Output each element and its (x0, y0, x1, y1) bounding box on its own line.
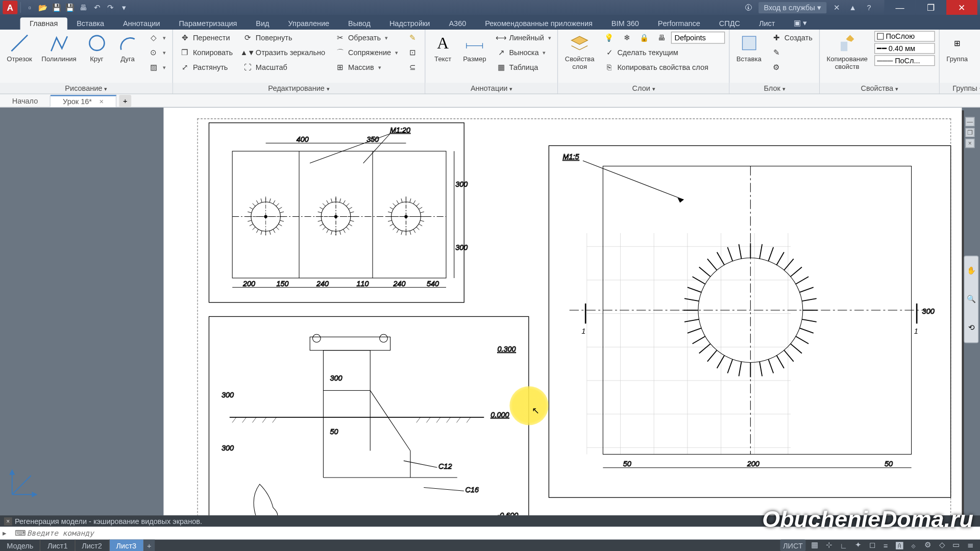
doc-tab-start[interactable]: Начало (0, 95, 51, 106)
group-btn-1[interactable]: ⊟ (975, 31, 980, 44)
tab-manage[interactable]: Управление (279, 17, 339, 30)
status-osnap-icon[interactable]: ◻ (867, 540, 878, 551)
status-custom-icon[interactable]: ≣ (965, 540, 976, 551)
trim-button[interactable]: ✂Обрезать▾ (332, 31, 400, 44)
rotate-button[interactable]: ⟳Повернуть (239, 31, 328, 44)
create-block-button[interactable]: ✚Создать (768, 31, 815, 44)
tab-addins[interactable]: Надстройки (380, 17, 439, 30)
tab-performance[interactable]: Performance (648, 17, 709, 30)
cmd-close-icon[interactable]: × (4, 517, 12, 525)
layout-tab-1[interactable]: Лист1 (41, 540, 75, 551)
panel-title-modify[interactable]: Редактирование▾ (173, 83, 425, 93)
status-ws-icon[interactable]: ⚙ (921, 540, 934, 551)
tab-annotate[interactable]: Аннотации (114, 17, 169, 30)
lineweight-combo[interactable]: ━━0.40 мм (874, 43, 935, 54)
undo-icon[interactable]: ↶ (91, 2, 103, 14)
make-current-button[interactable]: ✓Сделать текущим (601, 46, 725, 59)
move-button[interactable]: ✥Перенести (177, 31, 235, 44)
a360-icon[interactable]: ▲ (847, 2, 859, 14)
stretch-button[interactable]: ⤢Растянуть (177, 61, 235, 74)
layer-tool-1[interactable]: 💡 (601, 31, 618, 44)
tab-a360[interactable]: A360 (439, 17, 476, 30)
qat-dropdown-icon[interactable]: ▾ (118, 2, 130, 14)
tab-view[interactable]: Вид (247, 17, 279, 30)
layout-tab-model[interactable]: Модель (0, 540, 41, 551)
status-ortho-icon[interactable]: ∟ (837, 540, 850, 551)
draw-btn-3[interactable]: ▨▾ (145, 61, 168, 74)
panel-title-layers[interactable]: Слои▾ (558, 83, 729, 93)
status-iso-icon[interactable]: ◇ (936, 540, 947, 551)
scale-button[interactable]: ⛶Масштаб (239, 61, 328, 74)
doc-tab-add[interactable]: + (119, 94, 131, 107)
circle-button[interactable]: Круг (83, 31, 110, 64)
polyline-button[interactable]: Полилиния (39, 31, 79, 64)
status-clean-icon[interactable]: ▭ (950, 540, 962, 551)
tab-output[interactable]: Вывод (339, 17, 380, 30)
viewport-1[interactable]: 400 350 200 150 240 110 240 540 300300 М… (209, 122, 464, 303)
color-combo[interactable]: ПоСлою (874, 31, 935, 42)
new-icon[interactable]: ▫ (23, 2, 36, 14)
saveas-icon[interactable]: 💾 (64, 2, 76, 14)
modify-extra-2[interactable]: ⊡ (405, 46, 421, 59)
status-polar-icon[interactable]: ✦ (852, 540, 864, 551)
tab-home[interactable]: Главная (20, 17, 67, 30)
tab-spds[interactable]: СПДС (709, 17, 749, 30)
tab-insert[interactable]: Вставка (67, 17, 114, 30)
block-btn-3[interactable]: ⚙ (768, 61, 815, 74)
app-logo[interactable]: A (3, 1, 17, 14)
layout-tab-3[interactable]: Лист3 (109, 540, 143, 551)
close-button[interactable]: ✕ (946, 0, 977, 15)
draw-btn-2[interactable]: ⊙▾ (145, 46, 168, 59)
fillet-button[interactable]: ⌒Сопряжение▾ (332, 46, 400, 59)
table-button[interactable]: ▦Таблица (493, 61, 553, 74)
layer-tool-3[interactable]: 🔒 (636, 31, 652, 44)
panel-title-block[interactable]: Блок▾ (730, 83, 819, 93)
layer-combo[interactable]: Defpoints (671, 32, 725, 44)
layer-tool-4[interactable]: 🖶 (654, 31, 670, 44)
save-icon[interactable]: 💾 (51, 2, 63, 14)
layer-props-button[interactable]: Свойства слоя (562, 31, 597, 71)
viewport-2[interactable]: С12 С16 0.000 0.300 -0.600 200 300 200 2… (209, 316, 529, 531)
nav-zoom-icon[interactable]: 🔍 (967, 295, 976, 304)
insert-button[interactable]: Вставка (734, 31, 765, 64)
vp-min-icon[interactable]: — (965, 117, 974, 126)
tab-bim360[interactable]: BIM 360 (602, 17, 648, 30)
group-button[interactable]: ⊞Группа (944, 31, 971, 64)
array-button[interactable]: ⊞Массив▾ (332, 61, 400, 74)
vp-max-icon[interactable]: ❐ (965, 128, 974, 137)
status-ann-icon[interactable]: 🅰 (893, 540, 906, 551)
status-mode[interactable]: ЛИСТ (780, 540, 805, 551)
viewport-3[interactable]: 1 1 М1:5 50 200 50 300 (549, 145, 951, 498)
line-button[interactable]: Отрезок (4, 31, 35, 64)
tab-apps[interactable]: Рекомендованные приложения (476, 17, 602, 30)
open-icon[interactable]: 📂 (37, 2, 50, 14)
copy-layer-props-button[interactable]: ⎘Копировать свойства слоя (601, 61, 725, 74)
status-snap-icon[interactable]: ⊹ (823, 540, 834, 551)
print-icon[interactable]: 🖶 (78, 2, 90, 14)
linear-button[interactable]: ⟷Линейный▾ (493, 31, 553, 44)
doc-tab-file[interactable]: Урок 16* × (51, 94, 116, 107)
draw-btn-1[interactable]: ◇▾ (145, 31, 168, 44)
copy-button[interactable]: ❐Копировать (177, 46, 235, 59)
login-button[interactable]: Вход в службы ▾ (758, 2, 826, 13)
panel-title-draw[interactable]: Рисование▾ (0, 83, 172, 93)
leader-button[interactable]: ↗Выноска▾ (493, 46, 553, 59)
info-icon[interactable]: 🛈 (742, 2, 754, 14)
layout-tab-2[interactable]: Лист2 (75, 540, 109, 551)
panel-title-props[interactable]: Свойства▾ (820, 83, 939, 93)
layout-tab-add[interactable]: + (144, 540, 155, 551)
block-btn-2[interactable]: ✎ (768, 46, 815, 59)
nav-pan-icon[interactable]: ✋ (967, 266, 976, 275)
mirror-button[interactable]: ▲▼Отразить зеркально (239, 46, 328, 59)
redo-icon[interactable]: ↷ (104, 2, 116, 14)
tab-layout[interactable]: Лист (749, 17, 784, 30)
maximize-button[interactable]: ❐ (915, 0, 946, 15)
matchprops-button[interactable]: Копирование свойств (824, 31, 870, 71)
status-scale-icon[interactable]: ⟐ (909, 540, 919, 551)
nav-orbit-icon[interactable]: ⟲ (968, 323, 974, 332)
cmd-history-icon[interactable]: ▸ (3, 529, 12, 538)
navigation-bar[interactable]: ✋ 🔍 ⟲ (964, 256, 978, 343)
dim-button[interactable]: Размер (460, 31, 489, 64)
layer-tool-2[interactable]: ❄ (619, 31, 635, 44)
status-grid-icon[interactable]: ▦ (808, 540, 820, 551)
